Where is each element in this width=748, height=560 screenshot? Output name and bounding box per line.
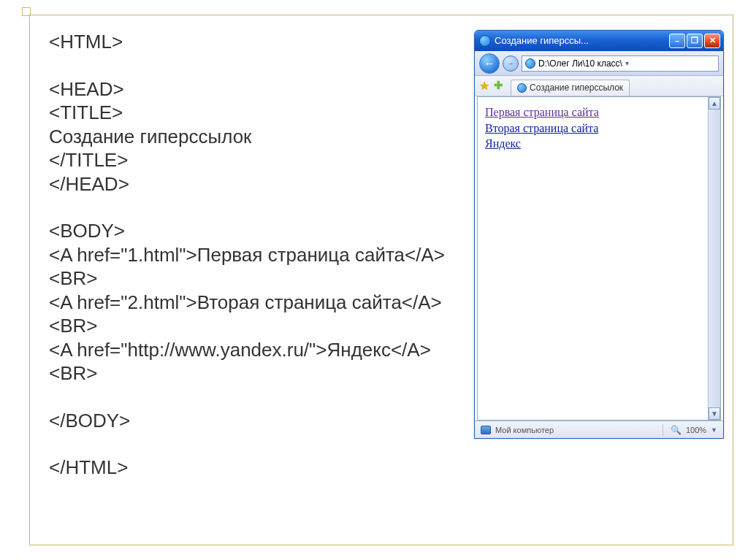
hyperlink[interactable]: Яндекс <box>485 136 701 152</box>
maximize-button[interactable]: ❐ <box>687 34 703 48</box>
zoom-icon[interactable]: 🔍 <box>671 425 682 435</box>
computer-icon <box>481 426 491 434</box>
code-line: </HTML> <box>49 456 458 480</box>
back-button[interactable]: ← <box>479 53 500 74</box>
navigation-toolbar: ← → D:\Олег Ли\10 класс\ ▾ <box>475 51 723 76</box>
scroll-track[interactable] <box>709 110 720 407</box>
code-line: <HTML> <box>49 30 458 54</box>
code-line: <A href="http://www.yandex.ru/">Яндекс</… <box>49 338 458 386</box>
page-viewport: Первая страница сайта Вторая страница са… <box>477 96 721 421</box>
zoom-level[interactable]: 100% <box>686 426 706 434</box>
ie-logo-icon <box>525 58 535 69</box>
tab-label: Создание гиперссылок <box>530 83 623 93</box>
status-bar: Мой компьютер 🔍 100% ▼ <box>475 421 723 438</box>
vertical-scrollbar[interactable]: ▲ ▼ <box>708 97 720 420</box>
favorites-icon[interactable]: ★ <box>479 79 489 93</box>
zoom-dropdown-icon[interactable]: ▼ <box>711 426 717 434</box>
code-line: </TITLE> <box>49 148 458 172</box>
ie-browser-window: Создание гиперссы... – ❐ ✕ ← → D:\Олег Л… <box>474 30 724 439</box>
address-bar[interactable]: D:\Олег Ли\10 класс\ ▾ <box>522 55 719 72</box>
scroll-up-icon[interactable]: ▲ <box>709 97 720 110</box>
status-zone: Мой компьютер <box>495 426 554 434</box>
code-line: <TITLE> <box>49 101 458 125</box>
code-line: Создание гиперссылок <box>49 125 458 149</box>
window-titlebar[interactable]: Создание гиперссы... – ❐ ✕ <box>475 31 723 51</box>
minimize-button[interactable]: – <box>669 34 685 48</box>
hyperlink[interactable]: Вторая страница сайта <box>485 120 701 137</box>
window-title: Создание гиперссы... <box>495 35 669 46</box>
hyperlink[interactable]: Первая страница сайта <box>485 104 701 120</box>
close-button[interactable]: ✕ <box>704 34 720 48</box>
favorites-toolbar: ★ ✚ Создание гиперссылок <box>475 76 723 96</box>
code-line: <A href="2.html">Вторая страница сайта</… <box>49 291 458 338</box>
rendered-page: Первая страница сайта Вторая страница са… <box>478 97 708 420</box>
ie-logo-icon <box>479 35 491 47</box>
ie-logo-icon <box>517 83 527 93</box>
code-line: <A href="1.html">Первая страница сайта</… <box>49 243 458 291</box>
html-code-listing: <HTML> <HEAD> <TITLE> Создание гиперссыл… <box>49 30 458 480</box>
add-favorite-icon[interactable]: ✚ <box>494 79 503 92</box>
code-line: </BODY> <box>49 409 458 433</box>
address-text: D:\Олег Ли\10 класс\ <box>538 58 622 69</box>
scroll-down-icon[interactable]: ▼ <box>709 407 720 420</box>
code-line: <BODY> <box>49 219 458 243</box>
dropdown-icon[interactable]: ▾ <box>625 59 629 67</box>
slide-frame: <HTML> <HEAD> <TITLE> Создание гиперссыл… <box>29 15 733 545</box>
code-line: <HEAD> <box>49 77 458 101</box>
forward-button[interactable]: → <box>503 55 519 72</box>
browser-tab[interactable]: Создание гиперссылок <box>511 80 630 96</box>
code-line: </HEAD> <box>49 172 458 196</box>
